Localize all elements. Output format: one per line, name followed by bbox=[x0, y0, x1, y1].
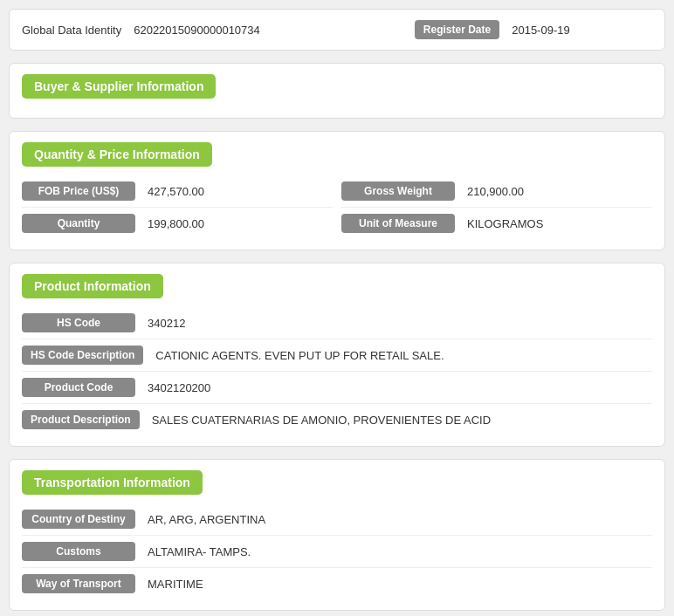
quantity-price-card: Quantity & Price Information FOB Price (… bbox=[9, 131, 665, 250]
transportation-field-label-1: Customs bbox=[22, 542, 135, 561]
fob-price-value: 427,570.00 bbox=[135, 185, 333, 198]
quantity-value: 199,800.00 bbox=[135, 217, 333, 230]
gross-weight-label: Gross Weight bbox=[341, 181, 455, 201]
quantity-row: Quantity 199,800.00 bbox=[22, 208, 333, 239]
transportation-field-row-0: Country of Destiny AR, ARG, ARGENTINA bbox=[22, 503, 652, 536]
register-date-value: 2015-09-19 bbox=[499, 24, 652, 37]
product-fields: HS Code 340212 HS Code Description CATIO… bbox=[22, 307, 652, 435]
product-field-row-2: Product Code 3402120200 bbox=[22, 372, 652, 404]
transportation-card: Transportation Information Country of De… bbox=[9, 459, 665, 611]
unit-of-measure-value: KILOGRAMOS bbox=[455, 217, 652, 230]
quantity-price-left: FOB Price (US$) 427,570.00 Quantity 199,… bbox=[22, 175, 333, 239]
buyer-supplier-card: Buyer & Supplier Information bbox=[9, 63, 665, 119]
product-field-row-1: HS Code Description CATIONIC AGENTS. EVE… bbox=[22, 339, 652, 372]
unit-of-measure-label: Unit of Measure bbox=[341, 214, 455, 233]
transportation-field-label-2: Way of Transport bbox=[22, 574, 135, 593]
product-field-label-2: Product Code bbox=[22, 378, 135, 397]
product-field-row-3: Product Description SALES CUATERNARIAS D… bbox=[22, 404, 652, 435]
transportation-field-row-1: Customs ALTAMIRA- TAMPS. bbox=[22, 536, 652, 568]
product-field-value-0: 340212 bbox=[135, 317, 652, 330]
transportation-field-value-1: ALTAMIRA- TAMPS. bbox=[135, 545, 652, 558]
transportation-field-label-0: Country of Destiny bbox=[22, 510, 135, 529]
header-card: Global Data Identity 6202201509000001073… bbox=[9, 9, 665, 51]
fob-price-label: FOB Price (US$) bbox=[22, 181, 135, 201]
transportation-field-value-2: MARITIME bbox=[135, 578, 652, 591]
quantity-label: Quantity bbox=[22, 214, 135, 233]
gross-weight-value: 210,900.00 bbox=[455, 185, 652, 198]
gross-weight-row: Gross Weight 210,900.00 bbox=[341, 175, 652, 208]
quantity-price-header: Quantity & Price Information bbox=[22, 142, 212, 167]
transportation-field-row-2: Way of Transport MARITIME bbox=[22, 568, 652, 599]
buyer-supplier-header: Buyer & Supplier Information bbox=[22, 74, 216, 99]
product-field-label-3: Product Description bbox=[22, 410, 140, 429]
product-field-value-3: SALES CUATERNARIAS DE AMONIO, PROVENIENT… bbox=[140, 414, 652, 427]
quantity-price-right: Gross Weight 210,900.00 Unit of Measure … bbox=[341, 175, 652, 239]
product-field-label-1: HS Code Description bbox=[22, 346, 143, 365]
product-field-value-1: CATIONIC AGENTS. EVEN PUT UP FOR RETAIL … bbox=[143, 349, 652, 362]
product-field-value-2: 3402120200 bbox=[135, 381, 652, 394]
transportation-fields: Country of Destiny AR, ARG, ARGENTINA Cu… bbox=[22, 503, 652, 599]
global-data-identity-label: Global Data Identity bbox=[22, 24, 121, 37]
product-info-header: Product Information bbox=[22, 274, 163, 298]
product-field-row-0: HS Code 340212 bbox=[22, 307, 652, 339]
product-info-card: Product Information HS Code 340212 HS Co… bbox=[9, 263, 665, 447]
unit-of-measure-row: Unit of Measure KILOGRAMOS bbox=[341, 208, 652, 239]
global-data-identity-value: 62022015090000010734 bbox=[121, 24, 415, 37]
register-date-label: Register Date bbox=[415, 20, 499, 39]
product-field-label-0: HS Code bbox=[22, 313, 135, 332]
transportation-field-value-0: AR, ARG, ARGENTINA bbox=[135, 513, 652, 526]
fob-price-row: FOB Price (US$) 427,570.00 bbox=[22, 175, 333, 208]
transportation-header: Transportation Information bbox=[22, 470, 203, 495]
